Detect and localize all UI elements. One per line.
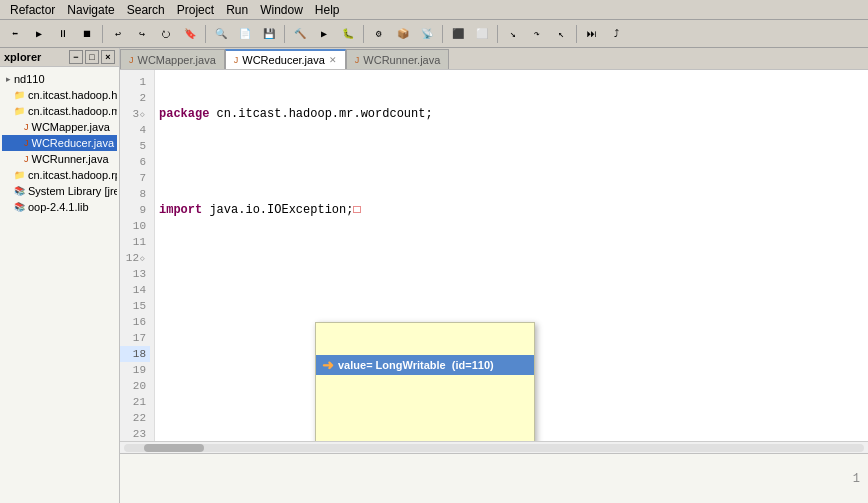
expand-icon-nd110: ▸	[6, 74, 11, 84]
sidebar-close-btn[interactable]: ×	[101, 50, 115, 64]
java-icon-wcrunner: J	[24, 154, 29, 164]
linenum-15: 15	[120, 298, 150, 314]
toolbar-btn-14[interactable]: ⚙	[368, 23, 390, 45]
tab-label-wcmapper: WCMapper.java	[138, 54, 216, 66]
sidebar-label-jre7: System Library [jre7]	[28, 185, 117, 197]
toolbar-btn-2[interactable]: ▶	[28, 23, 50, 45]
menu-project[interactable]: Project	[171, 2, 220, 18]
tab-wcreducer[interactable]: J WCReducer.java ✕	[225, 49, 346, 69]
java-icon-wcmapper: J	[24, 122, 29, 132]
toolbar-btn-15[interactable]: 📦	[392, 23, 414, 45]
bottom-status: 1	[120, 453, 868, 503]
linenum-13: 13	[120, 266, 150, 282]
sidebar-label-rpc: cn.itcast.hadoop.rpc	[28, 169, 117, 181]
sidebar-item-nd110[interactable]: ▸ nd110	[2, 71, 117, 87]
toolbar-btn-6[interactable]: ↪	[131, 23, 153, 45]
toolbar-btn-10[interactable]: 📄	[234, 23, 256, 45]
lib-icon-jre7: 📚	[14, 186, 25, 196]
editor-area: J WCMapper.java J WCReducer.java ✕ J WCR…	[120, 48, 868, 503]
debug-popup-title: value= LongWritable (id=110)	[338, 357, 494, 373]
sidebar-item-wcrunner[interactable]: J WCRunner.java	[2, 151, 117, 167]
toolbar-btn-5[interactable]: ↩	[107, 23, 129, 45]
sidebar-item-mrw[interactable]: 📁 cn.itcast.hadoop.mr.w	[2, 103, 117, 119]
sidebar-expand-btn[interactable]: □	[85, 50, 99, 64]
sidebar-label-wcreducer: WCReducer.java	[32, 137, 115, 149]
toolbar-btn-8[interactable]: 🔖	[179, 23, 201, 45]
linenum-14: 14	[120, 282, 150, 298]
tab-label-wcrunner: WCRunner.java	[363, 54, 440, 66]
sidebar-item-rpc[interactable]: 📁 cn.itcast.hadoop.rpc	[2, 167, 117, 183]
menu-run[interactable]: Run	[220, 2, 254, 18]
linenum-21: 21	[120, 394, 150, 410]
toolbar-btn-16[interactable]: 📡	[416, 23, 438, 45]
toolbar-btn-17[interactable]: ⬛	[447, 23, 469, 45]
sidebar-item-jre7[interactable]: 📚 System Library [jre7]	[2, 183, 117, 199]
tab-close-wcreducer[interactable]: ✕	[329, 55, 337, 65]
toolbar-btn-11[interactable]: 💾	[258, 23, 280, 45]
toolbar-btn-step-return[interactable]: ↖	[550, 23, 572, 45]
bottom-number: 1	[853, 472, 860, 486]
folder-icon-mrw: 📁	[14, 106, 25, 116]
sidebar-label-wcmapper: WCMapper.java	[32, 121, 110, 133]
toolbar-btn-20[interactable]: ⤴	[605, 23, 627, 45]
menu-navigate[interactable]: Navigate	[61, 2, 120, 18]
code-line-5	[159, 298, 864, 314]
debug-popup[interactable]: ➜ value= LongWritable (id=110) value= 1	[315, 322, 535, 441]
linenum-23: 23	[120, 426, 150, 441]
toolbar-btn-step-over[interactable]: ↷	[526, 23, 548, 45]
menu-search[interactable]: Search	[121, 2, 171, 18]
code-editor[interactable]: 1 2 3⬦ 4 5 6 7 8 9 10 11 12⬦ 13 14 15 16…	[120, 70, 868, 441]
toolbar-sep-6	[497, 25, 498, 43]
linenum-19: 19	[120, 362, 150, 378]
sidebar-item-oop[interactable]: 📚 oop-2.4.1.lib	[2, 199, 117, 215]
tab-icon-wcrunner: J	[355, 55, 360, 65]
scroll-thumb[interactable]	[144, 444, 204, 452]
debug-popup-header: ➜ value= LongWritable (id=110)	[316, 355, 534, 375]
linenum-3: 3⬦	[120, 106, 150, 122]
sidebar-label-mrw: cn.itcast.hadoop.mr.w	[28, 105, 117, 117]
toolbar-btn-4[interactable]: ⏹	[76, 23, 98, 45]
horizontal-scrollbar[interactable]	[120, 441, 868, 453]
menu-refactor[interactable]: Refactor	[4, 2, 61, 18]
linenum-9: 9	[120, 202, 150, 218]
toolbar-btn-3[interactable]: ⏸	[52, 23, 74, 45]
linenum-11: 11	[120, 234, 150, 250]
code-line-3: import java.io.IOException;□	[159, 202, 864, 218]
sidebar-content: ▸ nd110 📁 cn.itcast.hadoop.hdfs 📁 cn.itc…	[0, 67, 119, 503]
sidebar-controls: − □ ×	[69, 50, 115, 64]
sidebar-label-hdfs: cn.itcast.hadoop.hdfs	[28, 89, 117, 101]
sidebar-item-wcreducer[interactable]: J WCReducer.java	[2, 135, 117, 151]
menu-window[interactable]: Window	[254, 2, 309, 18]
sidebar-item-hdfs[interactable]: 📁 cn.itcast.hadoop.hdfs	[2, 87, 117, 103]
menu-help[interactable]: Help	[309, 2, 346, 18]
toolbar-sep-7	[576, 25, 577, 43]
toolbar-btn-18[interactable]: ⬜	[471, 23, 493, 45]
folder-icon-rpc: 📁	[14, 170, 25, 180]
code-content[interactable]: package cn.itcast.hadoop.mr.wordcount; i…	[155, 70, 868, 441]
lib-icon-oop: 📚	[14, 202, 25, 212]
toolbar-btn-7[interactable]: ⭮	[155, 23, 177, 45]
toolbar-btn-run-debug[interactable]: 🐛	[337, 23, 359, 45]
sidebar-header: xplorer − □ ×	[0, 48, 119, 67]
tab-wcrunner[interactable]: J WCRunner.java	[346, 49, 450, 69]
linenum-22: 22	[120, 410, 150, 426]
linenum-17: 17	[120, 330, 150, 346]
sidebar-item-wcmapper[interactable]: J WCMapper.java	[2, 119, 117, 135]
toolbar-btn-9[interactable]: 🔍	[210, 23, 232, 45]
linenum-5: 5	[120, 138, 150, 154]
toolbar-btn-13[interactable]: ▶	[313, 23, 335, 45]
linenum-8: 8	[120, 186, 150, 202]
toolbar-btn-19[interactable]: ⏭	[581, 23, 603, 45]
debug-popup-content: value= 1	[316, 407, 534, 441]
toolbar-btn-step-into[interactable]: ↘	[502, 23, 524, 45]
sidebar: xplorer − □ × ▸ nd110 📁 cn.itcast.hadoop…	[0, 48, 120, 503]
java-icon-wcreducer: J	[24, 138, 29, 148]
sidebar-collapse-btn[interactable]: −	[69, 50, 83, 64]
sidebar-label-oop: oop-2.4.1.lib	[28, 201, 89, 213]
toolbar-sep-4	[363, 25, 364, 43]
tab-wcmapper[interactable]: J WCMapper.java	[120, 49, 225, 69]
linenum-7: 7	[120, 170, 150, 186]
linenum-12: 12⬦	[120, 250, 150, 266]
toolbar-btn-12[interactable]: 🔨	[289, 23, 311, 45]
toolbar-btn-1[interactable]: ⬅	[4, 23, 26, 45]
